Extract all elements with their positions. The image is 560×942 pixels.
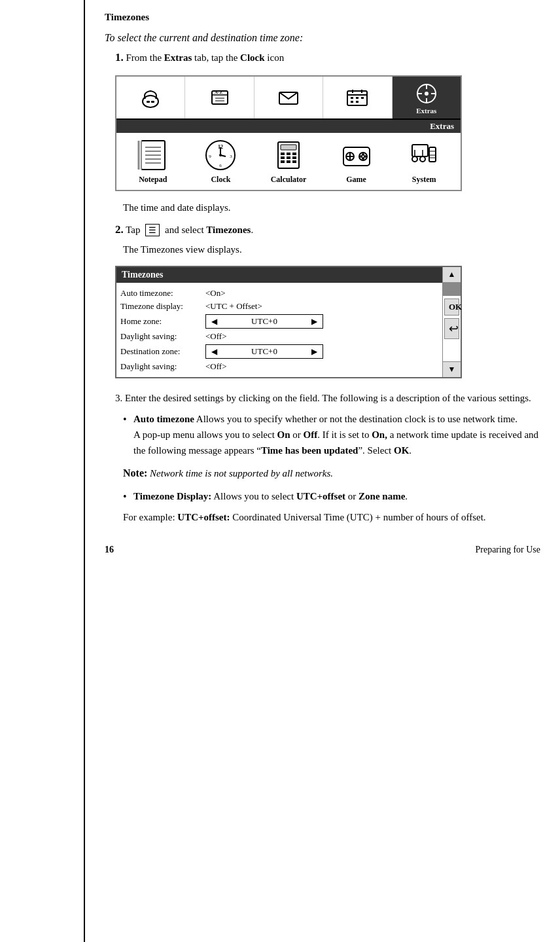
tz-scrollbar: ▲ OK ↩ ▼ bbox=[442, 267, 461, 377]
tz-row-display: Timezone display: <UTC + Offset> bbox=[120, 301, 438, 312]
svg-rect-15 bbox=[356, 101, 359, 103]
svg-point-61 bbox=[412, 156, 417, 162]
tz-label-dest: Destination zone: bbox=[120, 346, 205, 357]
notepad-icon bbox=[136, 138, 170, 172]
note-label: Note: bbox=[123, 467, 147, 479]
extras-bar: Extras bbox=[116, 120, 461, 133]
tab-mail[interactable] bbox=[254, 77, 323, 118]
svg-text:A-Z: A-Z bbox=[215, 90, 222, 95]
tz-value-display[interactable]: <UTC + Offset> bbox=[205, 301, 438, 312]
app-game[interactable]: Game bbox=[327, 138, 386, 185]
svg-point-62 bbox=[420, 156, 425, 162]
tz-selector-home[interactable]: ◀ UTC+0 ▶ bbox=[205, 314, 323, 329]
step1-text-after: icon bbox=[265, 52, 285, 63]
step3-text: 3. Enter the desired settings by clickin… bbox=[115, 390, 540, 406]
tz-back-button[interactable]: ↩ bbox=[444, 318, 459, 339]
tab-phone[interactable] bbox=[116, 77, 185, 118]
tz-value-daylight-dest[interactable]: <Off> bbox=[205, 361, 438, 372]
step3-number: 3. bbox=[115, 393, 122, 403]
main-content: Timezones To select the current and dest… bbox=[85, 0, 560, 942]
home-zone-left-arrow[interactable]: ◀ bbox=[209, 317, 220, 327]
bullet-auto-on: On bbox=[277, 429, 290, 440]
step2-tap: Tap bbox=[126, 225, 143, 235]
extras-tab-label: Extras bbox=[416, 107, 436, 115]
bullet-display-utc: UTC+offset bbox=[296, 491, 345, 501]
footer: 16 Preparing for Use bbox=[105, 545, 540, 555]
svg-point-39 bbox=[219, 154, 222, 156]
svg-rect-11 bbox=[351, 97, 353, 99]
bullet-auto-rest: . If it is set to bbox=[317, 429, 372, 440]
step2-continuation: The Timezones view displays. bbox=[123, 242, 540, 257]
tz-ok-button[interactable]: OK bbox=[444, 299, 459, 316]
note-text: Network time is not supported by all net… bbox=[150, 468, 333, 479]
tz-body: Auto timezone: <On> Timezone display: <U… bbox=[116, 283, 442, 377]
app-calculator[interactable]: Calculator bbox=[259, 138, 318, 185]
bullet-display-period: . bbox=[405, 491, 408, 501]
bullet-auto-timezone: Auto timezone Allows you to specify whet… bbox=[123, 411, 540, 458]
dest-zone-right-arrow[interactable]: ▶ bbox=[309, 347, 320, 357]
tz-value-daylight-home[interactable]: <Off> bbox=[205, 331, 438, 342]
step1-text-mid: tab, tap the bbox=[192, 52, 240, 63]
step1-bold1: Extras bbox=[164, 52, 192, 63]
tab-extras[interactable]: Extras bbox=[393, 77, 461, 118]
step1-text: 1. From the Extras tab, tap the Clock ic… bbox=[115, 49, 540, 66]
tz-row-auto: Auto timezone: <On> bbox=[120, 288, 438, 299]
footer-page-number: 16 bbox=[105, 545, 114, 555]
bullet-display-text: Allows you to select bbox=[211, 491, 296, 501]
phone-icon bbox=[137, 84, 164, 111]
bullet-auto-cont: A pop-up menu allows you to select bbox=[133, 429, 277, 440]
tz-label-auto: Auto timezone: bbox=[120, 288, 205, 299]
clock-icon: 12 3 6 9 bbox=[203, 138, 237, 172]
tab-calendar[interactable] bbox=[323, 77, 392, 118]
step2-text-after: . bbox=[251, 225, 253, 235]
left-margin bbox=[0, 0, 85, 942]
step2-menu-icon: ☰ bbox=[145, 224, 160, 236]
bullet-section-display: Timezone Display: Allows you to select U… bbox=[123, 488, 540, 525]
tz-selector-dest[interactable]: ◀ UTC+0 ▶ bbox=[205, 344, 323, 359]
tz-value-auto[interactable]: <On> bbox=[205, 288, 438, 299]
page-header: Timezones bbox=[105, 12, 540, 23]
app-notepad[interactable]: Notepad bbox=[124, 138, 183, 185]
for-example-bold: UTC+offset: bbox=[177, 512, 230, 522]
tz-label-daylight-home: Daylight saving: bbox=[120, 331, 205, 342]
dest-zone-left-arrow[interactable]: ◀ bbox=[209, 347, 220, 357]
tz-scroll-down[interactable]: ▼ bbox=[443, 361, 461, 377]
step1-number: 1. bbox=[115, 51, 124, 63]
extras-device-screen: A-Z bbox=[115, 75, 462, 191]
footer-section: Preparing for Use bbox=[475, 545, 540, 555]
app-clock[interactable]: 12 3 6 9 Clock bbox=[191, 138, 250, 185]
tz-main: Timezones Auto timezone: <On> Timezone d… bbox=[116, 267, 442, 377]
tz-row-dest: Destination zone: ◀ UTC+0 ▶ bbox=[120, 344, 438, 359]
tz-row-daylight-dest: Daylight saving: <Off> bbox=[120, 361, 438, 372]
home-zone-right-arrow[interactable]: ▶ bbox=[309, 317, 320, 327]
app-system[interactable]: System bbox=[394, 138, 453, 185]
svg-rect-2 bbox=[151, 101, 154, 103]
bullet-display-bold: Timezone Display: bbox=[133, 491, 211, 501]
tab-address[interactable]: A-Z bbox=[185, 77, 254, 118]
section-title: To select the current and destination ti… bbox=[105, 32, 540, 44]
tz-scroll-up[interactable]: ▲ bbox=[443, 267, 461, 283]
for-example-after: Coordinated Universal Time (UTC) + numbe… bbox=[230, 512, 486, 522]
for-example-before: For example: bbox=[123, 512, 177, 522]
address-icon: A-Z bbox=[207, 84, 233, 111]
bullet-auto-text: Allows you to specify whether or not the… bbox=[194, 414, 517, 424]
step1-text-before: From the bbox=[126, 52, 164, 63]
svg-point-58 bbox=[362, 153, 364, 156]
bullet-display-or: or bbox=[345, 491, 359, 501]
tz-label-display: Timezone display: bbox=[120, 301, 205, 312]
svg-rect-65 bbox=[429, 147, 436, 162]
tz-row-home: Home zone: ◀ UTC+0 ▶ bbox=[120, 314, 438, 329]
svg-rect-46 bbox=[287, 156, 290, 159]
mail-icon bbox=[275, 84, 302, 111]
bullet-auto-bold: Auto timezone bbox=[133, 414, 194, 424]
svg-rect-1 bbox=[147, 101, 150, 103]
svg-rect-47 bbox=[292, 156, 296, 159]
app-grid: Notepad 12 3 6 9 Clock bbox=[116, 133, 461, 190]
bullet-auto-ok: OK bbox=[394, 445, 409, 456]
game-icon bbox=[340, 138, 374, 172]
svg-rect-13 bbox=[361, 97, 364, 99]
step3-body: Enter the desired settings by clicking o… bbox=[125, 393, 531, 403]
step2-number: 2. bbox=[115, 223, 124, 236]
svg-rect-41 bbox=[281, 145, 296, 150]
svg-rect-48 bbox=[281, 160, 285, 163]
